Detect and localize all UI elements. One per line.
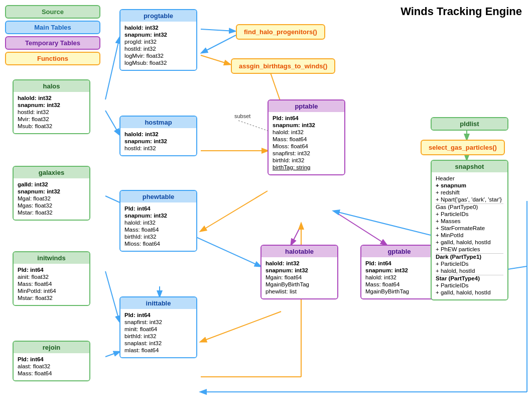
table-row: + MinPotId — [436, 232, 503, 238]
svg-line-11 — [201, 312, 281, 342]
table-row: snapfirst: int32 — [273, 150, 340, 156]
function-select_gas_particles: select_gas_particles() — [421, 140, 505, 155]
table-progtable: progtablehalold: int32snapnum: int32prog… — [119, 9, 197, 71]
table-row: snapnum: int32 — [18, 188, 85, 194]
subset-label: subset — [234, 113, 250, 119]
legend: Source Main Tables Temporary Tables Func… — [5, 5, 100, 67]
table-row: PId: int64 — [18, 267, 85, 273]
table-row: ainit: float32 — [18, 274, 85, 280]
table-row: + galId, halold, hostId — [436, 289, 503, 295]
table-header-inittable: inittable — [120, 297, 196, 309]
table-row: Gas (PartType0) — [436, 203, 503, 210]
table-row: snapnum: int32 — [124, 32, 192, 38]
legend-source: Source — [5, 5, 100, 19]
table-row: snapnum: int32 — [273, 122, 340, 128]
table-row: Star (PartType4) — [436, 275, 503, 281]
table-row: Mstar: float32 — [18, 210, 85, 216]
table-body-halotable: halold: int32snapnum: int32Mgain: float6… — [261, 257, 337, 298]
svg-line-24 — [238, 121, 268, 131]
table-row: Mass: float64 — [18, 281, 85, 287]
table-row: Mgas: float32 — [18, 202, 85, 209]
table-header-pIdlist: pIdlist — [432, 118, 507, 130]
table-row: Msub: float32 — [18, 123, 85, 129]
table-row: halold: int32 — [124, 220, 192, 226]
table-header-gptable: gptable — [361, 246, 437, 257]
table-halos: haloshalold: int32snapnum: int32hostId: … — [13, 79, 90, 134]
legend-temp: Temporary Tables — [5, 36, 100, 50]
table-body-inittable: PId: int64snapfirst: int32minit: float64… — [120, 309, 196, 357]
table-row: PId: int64 — [124, 205, 192, 212]
table-header-galaxies: galaxies — [14, 167, 89, 178]
table-row: Mloss: float64 — [124, 241, 192, 247]
table-row: PId: int64 — [18, 356, 85, 362]
legend-main: Main Tables — [5, 21, 100, 34]
table-row: Mgal: float32 — [18, 195, 85, 201]
table-halotable: halotablehalold: int32snapnum: int32Mgai… — [260, 245, 338, 299]
svg-line-8 — [105, 352, 119, 357]
table-row: snapnum: int32 — [18, 102, 85, 108]
svg-line-16 — [334, 211, 431, 235]
table-row: halold: int32 — [18, 95, 85, 101]
svg-line-2 — [201, 55, 230, 64]
table-pIdlist: pIdlist — [431, 117, 508, 131]
table-header-hostmap: hostmap — [120, 117, 196, 128]
table-row: mlast: float64 — [124, 347, 192, 353]
table-row: birthTag: string — [273, 164, 340, 170]
table-row: PId: int64 — [273, 115, 340, 121]
table-row: + StarFormateRate — [436, 225, 503, 231]
table-row: halold: int32 — [265, 260, 333, 266]
table-row: snapnum: int32 — [124, 138, 192, 144]
table-row: phewlist: list — [265, 288, 333, 294]
table-row: Mvir: float32 — [18, 116, 85, 122]
table-body-hostmap: halold: int32snapnum: int32hostId: int32 — [120, 128, 196, 155]
table-row: alast: float32 — [18, 363, 85, 369]
legend-func: Functions — [5, 52, 100, 65]
table-body-phewtable: PId: int64snapnum: int32halold: int32Mas… — [120, 202, 196, 251]
svg-line-1 — [202, 35, 236, 53]
table-row: snapnum: int32 — [365, 267, 433, 273]
table-row: hostId: int32 — [124, 145, 192, 151]
table-inittable: inittablePId: int64snapfirst: int32minit… — [119, 296, 197, 358]
table-row: logMvir: float32 — [124, 53, 192, 59]
table-row: Dark (PartType1) — [436, 253, 503, 260]
table-row: + snapnum — [436, 182, 503, 188]
svg-line-4 — [105, 38, 119, 99]
table-row: + Masses — [436, 218, 503, 224]
table-snapshot: snapshotHeader+ snapnum+ redshift+ Npart… — [431, 160, 508, 300]
table-row: logMsub: float32 — [124, 60, 192, 66]
svg-line-0 — [201, 29, 235, 31]
table-row: birthId: int32 — [124, 333, 192, 339]
table-row: + ParticleIDs — [436, 282, 503, 288]
svg-line-5 — [105, 111, 119, 135]
table-row: snaplast: int32 — [124, 340, 192, 346]
table-row: Mgain: float64 — [265, 274, 333, 280]
table-row: birthId: int32 — [273, 157, 340, 163]
table-row: Mass: float64 — [365, 281, 433, 287]
table-header-initwinds: initwinds — [14, 252, 89, 264]
svg-line-12 — [201, 191, 268, 231]
page-title: Winds Tracking Engine — [401, 5, 522, 18]
svg-line-7 — [105, 271, 119, 322]
table-row: snapfirst: int32 — [124, 319, 192, 325]
svg-line-9 — [291, 225, 301, 245]
table-gptable: gptablePId: int64snapnum: int32halold: i… — [360, 245, 438, 299]
table-row: halold: int32 — [365, 274, 433, 280]
table-body-rejoin: PId: int64alast: float32Mass: float64 — [14, 353, 89, 380]
table-header-snapshot: snapshot — [432, 161, 507, 172]
table-row: MgainByBirthTag — [365, 288, 433, 294]
function-find_halo_progenitors: find_halo_progenitors() — [236, 24, 325, 40]
table-initwinds: initwindsPId: int64ainit: float32Mass: f… — [13, 251, 90, 306]
table-row: hostId: int32 — [124, 46, 192, 52]
table-row: birthId: int32 — [124, 234, 192, 240]
table-row: Mstar: float32 — [18, 295, 85, 301]
table-row: PId: int64 — [365, 260, 433, 266]
table-header-progtable: progtable — [120, 10, 196, 22]
table-row: + redshift — [436, 189, 503, 195]
table-header-rejoin: rejoin — [14, 342, 89, 353]
table-row: MgainByBirthTag — [265, 281, 333, 287]
table-row: + ParticleIDs — [436, 261, 503, 267]
table-row: halold: int32 — [124, 131, 192, 137]
table-row: galId: int32 — [18, 181, 85, 187]
table-row: halold: int32 — [124, 25, 192, 31]
table-row: Mass: float64 — [18, 370, 85, 376]
